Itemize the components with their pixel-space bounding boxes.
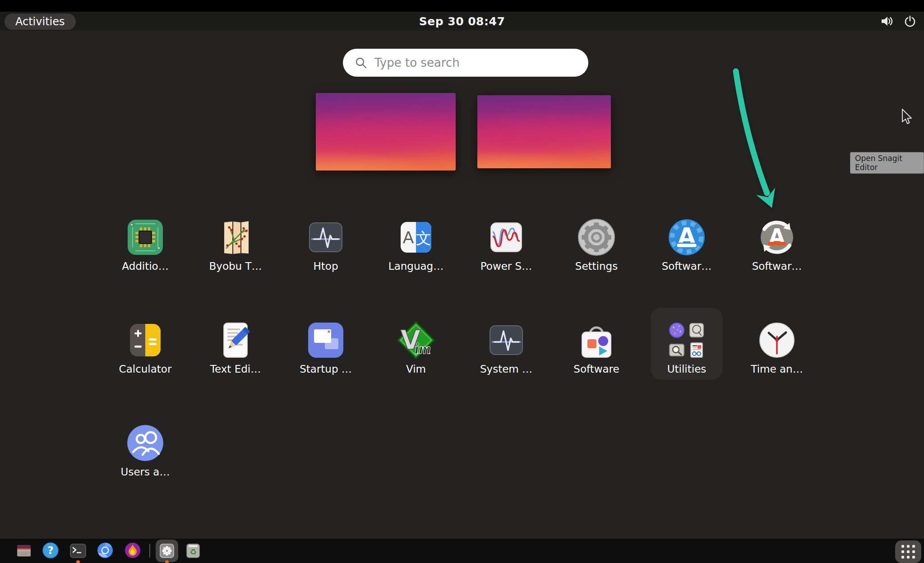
dock-separator [149,544,150,558]
app-vim[interactable]: V im Vim [371,319,461,375]
status-area[interactable] [881,12,916,31]
byobu-icon [217,218,254,256]
utilities-folder-icon [668,321,706,359]
app-calculator[interactable]: Calculator [100,319,190,375]
app-grid-row-3: Users a… [100,422,822,478]
app-byobu[interactable]: Byobu T… [190,217,281,272]
app-label: Users a… [121,466,170,478]
app-users-accounts[interactable]: Users a… [100,422,190,478]
app-startup-applications[interactable]: Startup … [281,319,371,375]
app-power-statistics[interactable]: Power S… [461,217,551,272]
app-label: Calculator [119,363,172,375]
app-label: Softwar… [662,260,712,272]
svg-text:?: ? [47,545,53,556]
screenshot-tool-icon [668,341,685,359]
additional-drivers-icon [126,218,164,256]
settings-gear-icon [578,218,615,256]
svg-text:♻: ♻ [189,547,197,557]
disk-usage-analyzer-icon [668,322,685,339]
snagit-tooltip: Open Snagit Editor [850,152,924,174]
power-statistics-icon [487,218,525,256]
app-time-and-date[interactable]: Time an… [732,319,822,375]
dock: ? [0,539,924,563]
files-icon[interactable] [15,541,33,559]
software-store-icon [578,321,615,359]
software-updater-icon: A [758,218,796,256]
terminal-running-dot [76,560,80,563]
app-label: Byobu T… [209,260,262,272]
app-label: Software [573,363,619,375]
document-viewer-icon [688,341,705,359]
svg-text:im: im [415,340,431,357]
snagit-running-dot [165,560,169,563]
svg-text:文: 文 [416,229,431,247]
top-letterbox [0,0,924,12]
terminal-icon[interactable] [69,542,87,560]
app-software-store[interactable]: Software [551,319,642,375]
search-bar[interactable] [343,49,588,77]
app-language-support[interactable]: A 文 Languag… [371,217,461,272]
annotation-arrow [722,63,794,217]
vim-icon: V im [397,321,435,359]
app-label: Text Edi… [210,363,261,375]
app-grid-row-1: Additio… [100,217,822,272]
app-system-monitor[interactable]: System … [461,319,551,375]
svg-text:A: A [403,228,414,247]
chromium-icon[interactable] [96,541,114,559]
htop-icon [307,218,345,256]
language-support-icon: A 文 [397,218,435,256]
app-label: Time an… [751,363,803,375]
gnome-activities-overview: Activities Sep 30 08:47 [0,0,924,563]
clock[interactable]: Sep 30 08:47 [0,12,924,31]
app-label: Languag… [388,260,444,272]
power-icon [904,15,916,27]
show-apps-button[interactable] [895,540,921,563]
app-label: System … [480,363,532,375]
show-apps-grid-icon [901,545,915,558]
clock-icon [758,321,796,359]
app-label: Startup … [300,363,352,375]
system-monitor-icon [487,321,525,359]
trash-icon[interactable]: ♻ [185,542,202,559]
help-icon[interactable]: ? [42,541,60,559]
app-folder-utilities[interactable]: Utilities [642,319,732,375]
app-label: Htop [314,260,338,272]
disks-icon [688,322,705,339]
app-label: Vim [406,363,426,375]
search-input[interactable] [374,55,574,70]
app-htop[interactable]: Htop [281,217,371,272]
workspace-thumbnail-2[interactable] [477,95,611,168]
app-label: Utilities [667,363,707,375]
app-software-properties[interactable]: A Softwar… [642,217,732,272]
app-label: Softwar… [752,260,802,272]
search-icon [355,56,367,69]
startup-applications-icon [307,321,345,359]
flame-app-icon[interactable] [124,541,142,559]
volume-icon [881,15,894,27]
workspace-thumbnail-1[interactable] [316,93,456,171]
app-text-editor[interactable]: Text Edi… [190,319,281,375]
mouse-cursor [901,108,914,126]
app-additional-drivers[interactable]: Additio… [100,217,190,272]
app-label: Additio… [122,260,168,272]
snagit-capture-icon[interactable] [160,544,174,558]
app-grid-row-2: Calculator Text Edi… [100,319,822,375]
app-software-updater[interactable]: A Softwar… [732,217,822,272]
calculator-icon [126,321,164,359]
software-properties-icon: A [668,218,706,256]
app-label: Power S… [480,260,532,272]
text-editor-icon [217,321,254,359]
top-bar: Activities Sep 30 08:47 [0,12,924,31]
users-icon [126,424,164,462]
app-label: Settings [575,260,618,272]
app-settings[interactable]: Settings [551,217,642,272]
